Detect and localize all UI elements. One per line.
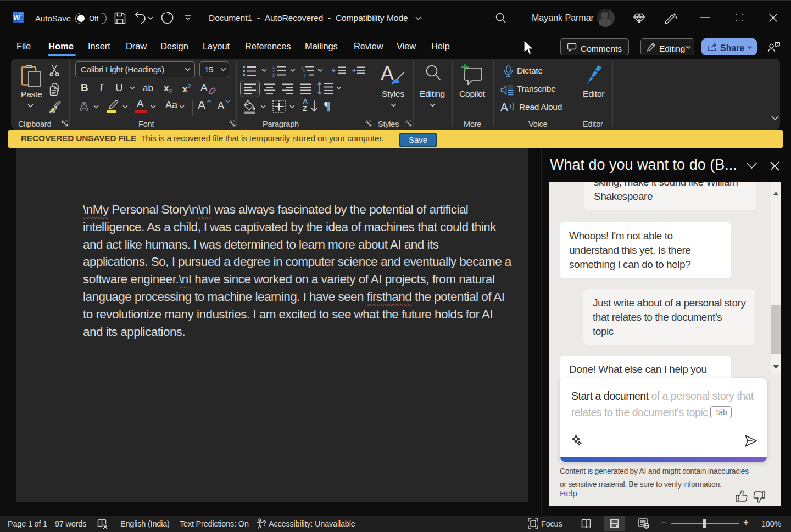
svg-text:a: a bbox=[303, 69, 305, 73]
svg-text:1: 1 bbox=[272, 65, 275, 69]
svg-text:2: 2 bbox=[272, 69, 275, 73]
svg-text:3: 3 bbox=[272, 74, 275, 77]
svg-text:i: i bbox=[304, 74, 305, 77]
svg-text:W: W bbox=[13, 14, 20, 22]
svg-text:1: 1 bbox=[301, 65, 303, 69]
